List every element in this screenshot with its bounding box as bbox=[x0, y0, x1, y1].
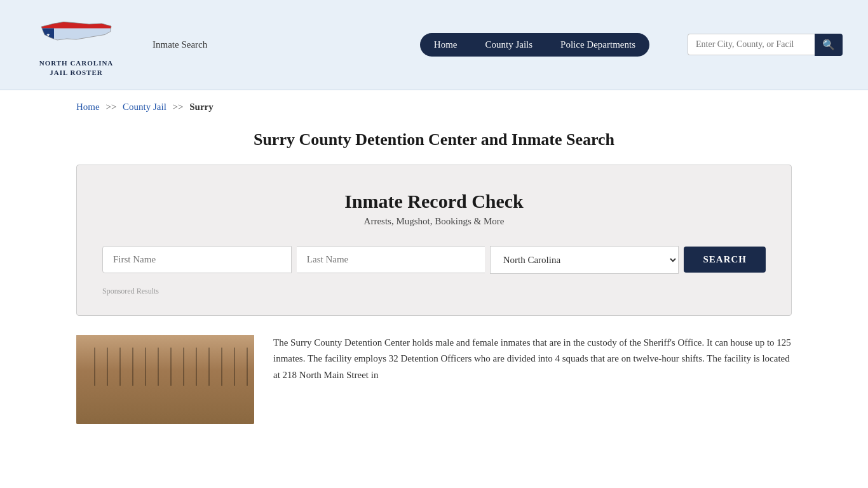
facility-description: The Surry County Detention Center holds … bbox=[273, 335, 792, 424]
nc-map-icon: ★ bbox=[38, 11, 114, 55]
svg-rect-14 bbox=[149, 384, 165, 397]
state-select[interactable]: AlabamaAlaskaArizonaArkansasCaliforniaCo… bbox=[490, 246, 679, 274]
search-icon: 🔍 bbox=[822, 39, 835, 50]
breadcrumb-sep1: >> bbox=[105, 102, 116, 112]
breadcrumb-county-link[interactable]: County Jail bbox=[123, 102, 166, 112]
svg-rect-3 bbox=[76, 335, 254, 424]
logo-area: ★ NORTH CAROLINA JAIL ROSTER bbox=[25, 11, 127, 78]
facility-building-svg bbox=[76, 335, 254, 424]
breadcrumb-sep2: >> bbox=[173, 102, 184, 112]
facility-image bbox=[76, 335, 254, 424]
header: ★ NORTH CAROLINA JAIL ROSTER Inmate Sear… bbox=[0, 0, 868, 90]
inmate-search-form: AlabamaAlaskaArizonaArkansasCaliforniaCo… bbox=[102, 246, 766, 274]
svg-rect-13 bbox=[124, 384, 140, 397]
header-search-input[interactable] bbox=[688, 34, 815, 55]
svg-rect-12 bbox=[98, 384, 114, 397]
breadcrumb: Home >> County Jail >> Surry bbox=[0, 90, 868, 124]
sponsored-results-label: Sponsored Results bbox=[102, 287, 766, 296]
svg-rect-7 bbox=[124, 363, 140, 376]
svg-rect-17 bbox=[153, 402, 178, 424]
nav-home-button[interactable]: Home bbox=[420, 33, 471, 57]
svg-rect-6 bbox=[98, 363, 114, 376]
svg-rect-1 bbox=[38, 29, 54, 51]
record-check-title: Inmate Record Check bbox=[102, 191, 766, 212]
svg-rect-16 bbox=[200, 384, 216, 397]
logo-map: ★ bbox=[38, 11, 114, 56]
header-search-button[interactable]: 🔍 bbox=[815, 34, 843, 56]
breadcrumb-home-link[interactable]: Home bbox=[76, 102, 100, 112]
svg-rect-10 bbox=[200, 363, 216, 376]
svg-rect-8 bbox=[149, 363, 165, 376]
nav-police-departments-button[interactable]: Police Departments bbox=[546, 33, 649, 57]
breadcrumb-current: Surry bbox=[189, 102, 214, 112]
header-search-bar: 🔍 bbox=[688, 34, 843, 56]
inmate-search-button[interactable]: SEARCH bbox=[684, 247, 766, 273]
svg-rect-15 bbox=[175, 384, 191, 397]
record-check-box: Inmate Record Check Arrests, Mugshot, Bo… bbox=[76, 165, 792, 316]
last-name-input[interactable] bbox=[297, 246, 485, 273]
nav-label: Inmate Search bbox=[153, 39, 207, 50]
logo-text: NORTH CAROLINA JAIL ROSTER bbox=[39, 58, 114, 78]
svg-rect-9 bbox=[175, 363, 191, 376]
first-name-input[interactable] bbox=[102, 246, 292, 273]
svg-rect-11 bbox=[226, 363, 238, 376]
nav-county-jails-button[interactable]: County Jails bbox=[471, 33, 547, 57]
svg-rect-5 bbox=[89, 354, 241, 424]
page-title: Surry County Detention Center and Inmate… bbox=[25, 130, 843, 149]
svg-rect-4 bbox=[76, 335, 254, 354]
bottom-section: The Surry County Detention Center holds … bbox=[76, 335, 792, 424]
nav-buttons: Home County Jails Police Departments bbox=[420, 33, 649, 57]
record-check-subtitle: Arrests, Mugshot, Bookings & More bbox=[102, 216, 766, 227]
